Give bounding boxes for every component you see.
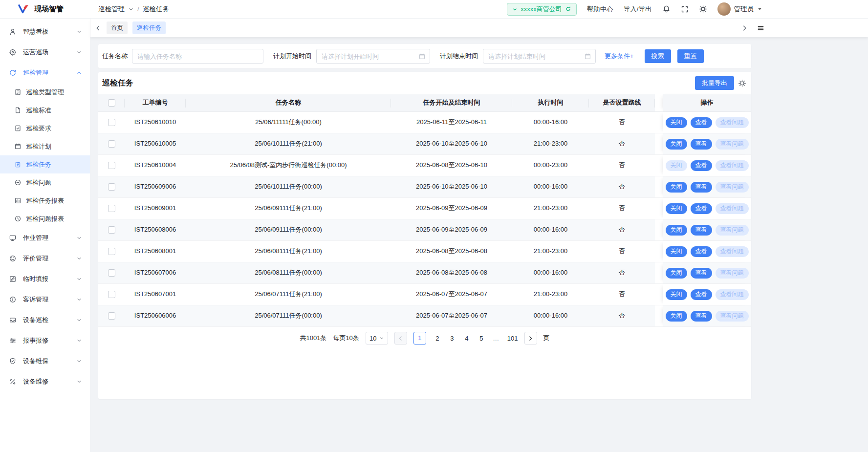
tabs-scroll-right-icon[interactable] [741,24,748,32]
close-button[interactable]: 关闭 [666,203,687,214]
sidebar-item-inspection-management[interactable]: 巡检管理 [0,63,90,83]
sidebar-item-task-report[interactable]: 巡检任务报表 [0,192,90,210]
row-checkbox[interactable] [108,183,115,191]
view-button[interactable]: 查看 [691,139,712,150]
view-issues-button[interactable]: 查看问题 [716,268,749,279]
task-name-input[interactable] [132,49,263,63]
sidebar-item-inspection-issue[interactable]: 巡检问题 [0,173,90,192]
page-button[interactable]: 1 [413,332,426,344]
close-button[interactable]: 关闭 [666,311,687,322]
reset-button[interactable]: 重置 [677,49,704,63]
close-button[interactable]: 关闭 [666,246,687,257]
row-checkbox[interactable] [108,140,115,148]
tabs-scroll-left-icon[interactable] [94,24,102,32]
plan-end-field [483,49,596,64]
more-conditions-link[interactable]: 更多条件+ [605,52,634,61]
sidebar-item-smart-dashboard[interactable]: 智慧看板 [0,22,90,42]
monitor-icon [9,234,17,242]
sidebar-item-job-management[interactable]: 作业管理 [0,228,90,248]
close-button[interactable]: 关闭 [666,182,687,193]
next-page-button[interactable] [524,332,537,344]
row-checkbox[interactable] [108,162,115,169]
sidebar-item-evaluation-management[interactable]: 评价管理 [0,248,90,269]
table-row: IST250610010 25/06/11111任务(00:00) 2025-0… [98,112,751,133]
view-button[interactable]: 查看 [691,182,712,193]
sidebar-item-repair-report[interactable]: 报事报修 [0,330,90,351]
tab-inspection-task[interactable]: 巡检任务 [132,22,166,34]
cell-has-route: 否 [589,269,655,277]
close-button[interactable]: 关闭 [666,225,687,236]
page-button[interactable]: 4 [463,335,470,342]
breadcrumb-menu[interactable]: 巡检管理 [98,5,125,14]
company-switcher[interactable]: xxxxx商管公司 [507,3,577,16]
view-issues-button[interactable]: 查看问题 [716,311,749,322]
row-checkbox[interactable] [108,205,115,212]
cell-task-name: 25/06/10111任务(00:00) [186,183,391,191]
page-button[interactable]: 5 [478,335,485,342]
close-button[interactable]: 关闭 [666,160,687,171]
row-checkbox[interactable] [108,248,115,255]
row-checkbox[interactable] [108,226,115,234]
plan-start-input[interactable] [317,49,418,63]
sidebar-item-temporary-report[interactable]: 临时填报 [0,269,90,289]
cell-actions: 关闭 查看 查看问题 [663,176,751,197]
view-button[interactable]: 查看 [691,289,712,300]
row-checkbox[interactable] [108,291,115,298]
view-button[interactable]: 查看 [691,268,712,279]
view-button[interactable]: 查看 [691,160,712,171]
row-checkbox[interactable] [108,269,115,277]
fullscreen-icon[interactable] [681,5,689,13]
page-button[interactable]: 2 [434,335,441,342]
gear-icon[interactable] [699,5,707,13]
help-center-link[interactable]: 帮助中心 [587,5,613,14]
sidebar-item-inspection-requirement[interactable]: 巡检要求 [0,119,90,137]
view-issues-button[interactable]: 查看问题 [716,289,749,300]
view-issues-button[interactable]: 查看问题 [716,182,749,193]
sidebar-item-inspection-type[interactable]: 巡检类型管理 [0,83,90,101]
bell-icon[interactable] [662,5,671,13]
prev-page-button[interactable] [394,332,407,344]
page-button[interactable]: 101 [507,335,518,342]
page-size-select[interactable]: 10 [366,332,388,344]
sidebar-item-issue-report[interactable]: 巡检问题报表 [0,210,90,228]
import-export-link[interactable]: 导入/导出 [624,5,652,14]
close-button[interactable]: 关闭 [666,117,687,128]
page-button[interactable]: 3 [449,335,456,342]
view-button[interactable]: 查看 [691,246,712,257]
row-checkbox[interactable] [108,312,115,320]
row-checkbox[interactable] [108,119,115,126]
select-all-checkbox[interactable] [108,99,115,107]
sidebar-item-inspection-standard[interactable]: 巡检标准 [0,101,90,119]
view-issues-button[interactable]: 查看问题 [716,246,749,257]
hamburger-menu-icon[interactable] [757,24,764,32]
view-button[interactable]: 查看 [691,225,712,236]
sidebar-item-device-inspection[interactable]: 设备巡检 [0,310,90,330]
cell-order-no: IST250610010 [125,118,186,126]
view-issues-button[interactable]: 查看问题 [716,139,749,150]
sidebar-item-complaint-management[interactable]: 客诉管理 [0,289,90,310]
info-icon [9,296,17,303]
view-issues-button[interactable]: 查看问题 [716,203,749,214]
sidebar-item-inspection-task[interactable]: 巡检任务 [0,155,90,173]
sidebar-item-device-repair[interactable]: 设备维修 [0,371,90,392]
view-button[interactable]: 查看 [691,203,712,214]
sidebar-item-inspection-plan[interactable]: 巡检计划 [0,137,90,155]
chevron-down-icon [76,235,82,241]
close-button[interactable]: 关闭 [666,289,687,300]
view-issues-button[interactable]: 查看问题 [716,160,749,171]
view-issues-button[interactable]: 查看问题 [716,117,749,128]
close-button[interactable]: 关闭 [666,139,687,150]
batch-export-button[interactable]: 批量导出 [695,76,734,90]
close-button[interactable]: 关闭 [666,268,687,279]
sidebar-item-operations-patrol[interactable]: 运营巡场 [0,42,90,63]
view-issues-button[interactable]: 查看问题 [716,225,749,236]
sidebar-item-device-maintenance[interactable]: 设备维保 [0,351,90,371]
user-menu[interactable]: 管理员 [717,2,763,16]
column-settings-icon[interactable] [738,79,746,87]
view-button[interactable]: 查看 [691,117,712,128]
view-button[interactable]: 查看 [691,311,712,322]
plan-end-input[interactable] [483,49,584,63]
search-button[interactable]: 搜索 [645,49,671,63]
tab-home[interactable]: 首页 [107,22,128,34]
page-list: 12345…101 [413,332,518,344]
